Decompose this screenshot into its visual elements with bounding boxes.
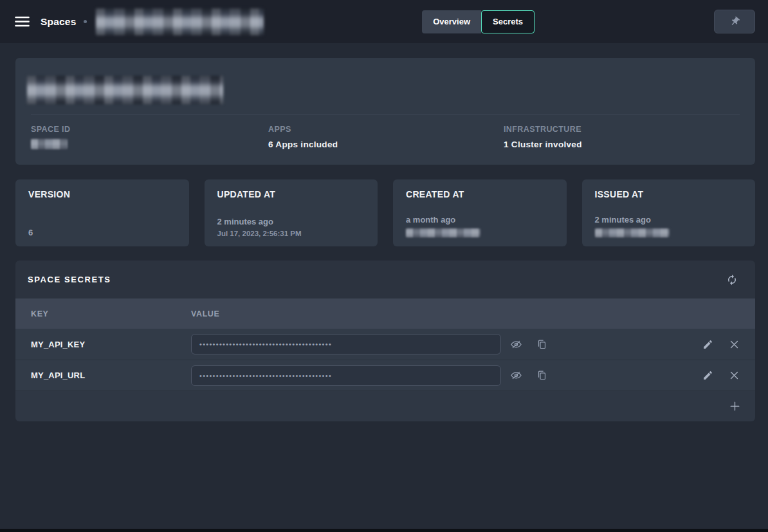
infrastructure-block: INFRASTRUCTURE 1 Cluster involved	[504, 125, 740, 149]
secret-row-my-api-url: MY_API_URL	[15, 360, 755, 390]
copy-icon	[536, 370, 547, 381]
created-at-relative: a month ago	[406, 215, 554, 225]
redacted-space-id-value	[31, 139, 68, 149]
toggle-visibility-button[interactable]	[510, 369, 522, 381]
secret-row-my-api-key: MY_API_KEY	[15, 329, 755, 360]
hamburger-menu-icon[interactable]	[13, 14, 31, 30]
space-secrets-section: SPACE SECRETS KEY VALUE MY_API_KEY	[15, 261, 755, 421]
apps-label: APPS	[268, 125, 504, 134]
version-title: VERSION	[28, 189, 176, 199]
space-id-block: SPACE ID	[31, 125, 268, 149]
tab-group: Overview Secrets	[422, 10, 535, 33]
secret-value-input[interactable]	[191, 365, 501, 386]
created-at-title: CREATED AT	[406, 189, 554, 199]
secrets-table-header: KEY VALUE	[15, 298, 755, 329]
secrets-header: SPACE SECRETS	[15, 261, 755, 298]
space-info-grid: SPACE ID APPS 6 Apps included INFRASTRUC…	[31, 115, 740, 149]
updated-at-title: UPDATED AT	[217, 189, 365, 199]
updated-at-relative: 2 minutes ago	[217, 217, 365, 226]
redacted-issued-at-timestamp	[595, 228, 670, 237]
plus-icon	[729, 400, 741, 412]
version-value: 6	[28, 228, 176, 237]
column-header-value: VALUE	[191, 309, 219, 318]
pin-button[interactable]	[714, 10, 755, 33]
tab-overview[interactable]: Overview	[422, 10, 481, 33]
secret-value-input[interactable]	[191, 334, 501, 354]
pushpin-icon	[727, 14, 742, 30]
stat-card-updated-at: UPDATED AT 2 minutes ago Jul 17, 2023, 2…	[205, 179, 378, 246]
issued-at-relative: 2 minutes ago	[595, 215, 743, 225]
copy-icon	[536, 339, 547, 350]
copy-value-button[interactable]	[536, 370, 547, 381]
main-content: SPACE ID APPS 6 Apps included INFRASTRUC…	[0, 43, 768, 421]
stat-card-created-at: CREATED AT a month ago	[393, 179, 567, 246]
redacted-space-title	[27, 76, 223, 104]
column-header-key: KEY	[31, 309, 191, 318]
pencil-icon	[702, 339, 713, 350]
copy-value-button[interactable]	[536, 339, 547, 350]
toggle-visibility-button[interactable]	[510, 338, 522, 351]
eye-slash-icon	[510, 369, 522, 381]
refresh-icon	[726, 274, 738, 286]
secrets-footer	[15, 390, 755, 421]
redacted-space-name	[96, 8, 264, 35]
tab-secrets[interactable]: Secrets	[481, 10, 535, 33]
refresh-button[interactable]	[726, 274, 738, 286]
apps-value: 6 Apps included	[268, 140, 504, 149]
eye-slash-icon	[510, 338, 522, 351]
secret-key-name: MY_API_URL	[31, 371, 191, 380]
space-info-card: SPACE ID APPS 6 Apps included INFRASTRUC…	[15, 58, 755, 165]
x-icon	[729, 370, 740, 381]
redacted-created-at-timestamp	[406, 228, 480, 237]
updated-at-timestamp: Jul 17, 2023, 2:56:31 PM	[217, 230, 365, 237]
infrastructure-label: INFRASTRUCTURE	[504, 125, 740, 134]
row-actions	[702, 339, 740, 350]
stat-cards-row: VERSION 6 UPDATED AT 2 minutes ago Jul 1…	[15, 179, 755, 246]
secret-key-name: MY_API_KEY	[31, 340, 191, 349]
pencil-icon	[702, 370, 713, 381]
edit-secret-button[interactable]	[702, 339, 713, 350]
delete-secret-button[interactable]	[729, 370, 740, 381]
space-id-label: SPACE ID	[31, 125, 268, 134]
breadcrumb-dot	[84, 20, 87, 23]
add-secret-button[interactable]	[729, 400, 741, 412]
bottom-edge-bar	[0, 529, 768, 532]
delete-secret-button[interactable]	[729, 339, 740, 350]
edit-secret-button[interactable]	[702, 370, 713, 381]
x-icon	[729, 339, 740, 350]
secrets-title: SPACE SECRETS	[28, 275, 111, 284]
brand-title: Spaces	[41, 16, 77, 28]
row-actions	[702, 370, 740, 381]
issued-at-title: ISSUED AT	[595, 189, 743, 199]
top-bar: Spaces Overview Secrets	[0, 0, 768, 43]
apps-block: APPS 6 Apps included	[268, 125, 504, 149]
stat-card-version: VERSION 6	[15, 179, 189, 246]
infrastructure-value: 1 Cluster involved	[504, 140, 740, 149]
stat-card-issued-at: ISSUED AT 2 minutes ago	[582, 179, 756, 246]
